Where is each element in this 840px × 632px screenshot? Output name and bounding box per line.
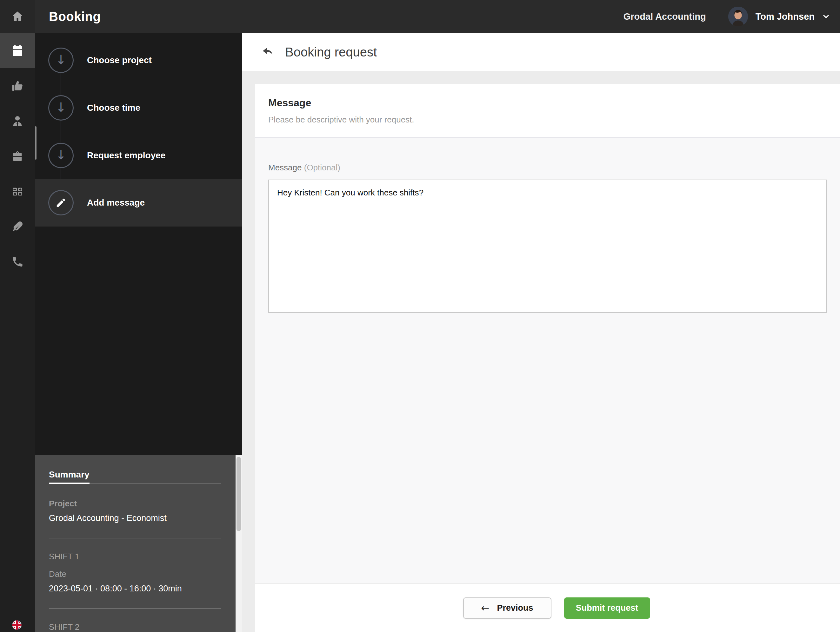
home-nav-tile[interactable] (0, 0, 35, 33)
summary-panel: Summary Project Grodal Accounting - Econ… (35, 455, 235, 632)
summary-heading: Summary (49, 470, 90, 484)
page-title: Booking request (285, 45, 377, 59)
step-label: Choose project (87, 55, 152, 65)
arrow-down-icon: ↓ (55, 53, 66, 66)
summary-divider (49, 538, 221, 538)
previous-button-label: Previous (497, 603, 533, 613)
message-textarea[interactable]: Hey Kristen! Can you work these shifts? (268, 180, 827, 313)
step-circle (48, 190, 74, 216)
pencil-icon (55, 197, 67, 208)
step-circle: ↓ (48, 143, 74, 168)
card-subtitle: Please be descriptive with your request. (268, 115, 840, 125)
stepper-sidebar: ↓ Choose project ↓ Choose time ↓ Request… (35, 33, 242, 632)
summary-scrollbar-track[interactable] (235, 455, 242, 632)
project-value: Grodal Accounting - Economist (49, 513, 221, 523)
organization-name: Grodal Accounting (624, 11, 706, 22)
card-footer: ← Previous Submit request (255, 583, 840, 632)
user-avatar[interactable] (728, 7, 748, 26)
summary-divider (49, 608, 221, 609)
back-button[interactable] (261, 46, 274, 59)
calculator-icon (11, 186, 24, 198)
project-label: Project (49, 499, 221, 509)
shift-1-date-label: Date (49, 569, 221, 579)
rail-item-booking[interactable] (0, 33, 35, 68)
user-tie-icon (11, 115, 24, 128)
home-icon (11, 10, 24, 23)
left-arrow-icon: ← (481, 602, 489, 614)
card-header: Message Please be descriptive with your … (255, 84, 840, 138)
summary-heading-row: Summary (49, 470, 221, 484)
message-card: Message Please be descriptive with your … (255, 84, 840, 632)
shift-1-date-value: 2023-05-01 · 08:00 - 16:00 · 30min (49, 584, 221, 594)
app-title: Booking (49, 9, 101, 24)
rail-item-employees[interactable] (0, 103, 35, 139)
rail-item-phone[interactable] (0, 244, 35, 279)
field-optional-text: (Optional) (304, 163, 340, 172)
rail-item-payroll[interactable] (0, 209, 35, 244)
calendar-icon (11, 44, 24, 57)
summary-scrollbar-thumb[interactable] (237, 457, 241, 531)
user-name[interactable]: Tom Johnsen (756, 11, 815, 22)
step-request-employee[interactable]: ↓ Request employee (35, 132, 242, 179)
message-field-label: Message (Optional) (268, 163, 840, 173)
arrow-down-icon: ↓ (55, 101, 66, 113)
top-bar: Booking Grodal Accounting Tom Johnsen (0, 0, 840, 33)
step-choose-project[interactable]: ↓ Choose project (35, 36, 242, 84)
phone-icon (11, 256, 24, 268)
feather-icon (11, 221, 24, 233)
uk-flag-icon[interactable] (12, 620, 22, 630)
step-label: Add message (87, 198, 145, 208)
step-circle: ↓ (48, 47, 74, 73)
chevron-down-icon[interactable] (822, 12, 831, 21)
briefcase-icon (11, 150, 24, 163)
sidebar-scrollbar-thumb[interactable] (35, 126, 36, 159)
rail-item-projects[interactable] (0, 139, 35, 174)
submit-button-label: Submit request (576, 603, 638, 613)
shift-1-title: SHIFT 1 (49, 552, 221, 561)
step-add-message[interactable]: Add message (35, 179, 242, 227)
field-label-text: Message (268, 163, 302, 172)
step-choose-time[interactable]: ↓ Choose time (35, 84, 242, 132)
reply-arrow-icon (261, 46, 274, 59)
rail-item-approvals[interactable] (0, 68, 35, 103)
submit-request-button[interactable]: Submit request (564, 597, 650, 619)
icon-rail (0, 33, 35, 632)
card-title: Message (268, 97, 840, 109)
step-label: Choose time (87, 103, 141, 113)
shift-2-title: SHIFT 2 (49, 622, 221, 632)
rail-item-calculator[interactable] (0, 174, 35, 209)
main-content: Booking request Message Please be descri… (242, 33, 840, 632)
page-header: Booking request (242, 33, 840, 71)
thumbs-up-icon (11, 80, 24, 92)
step-circle: ↓ (48, 95, 74, 121)
card-body: Message (Optional) Hey Kristen! Can you … (255, 138, 840, 314)
previous-button[interactable]: ← Previous (463, 597, 551, 619)
step-label: Request employee (87, 150, 166, 161)
arrow-down-icon: ↓ (55, 148, 66, 161)
